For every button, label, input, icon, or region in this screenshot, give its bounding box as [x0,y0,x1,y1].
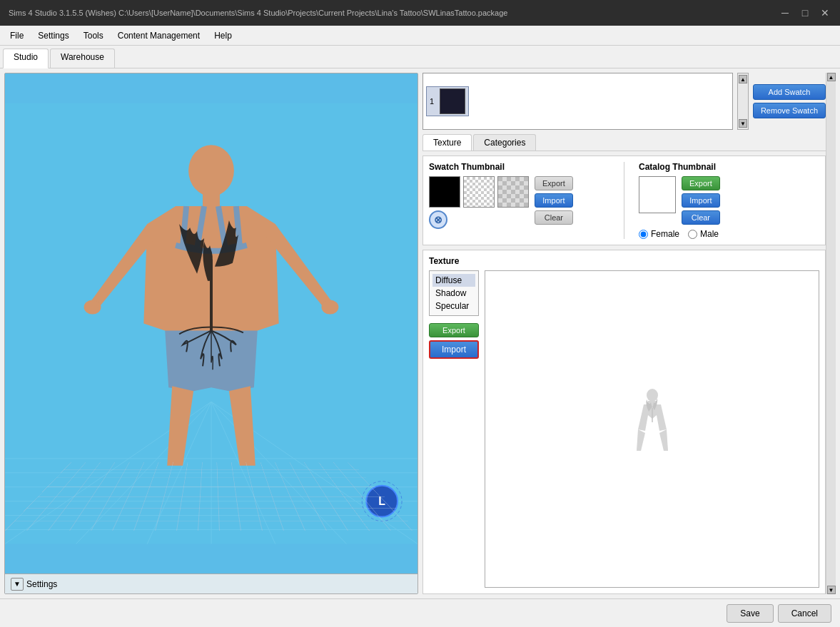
scroll-up-arrow[interactable]: ▲ [739,75,747,83]
close-button[interactable]: ✕ [819,7,831,19]
sub-tab-texture[interactable]: Texture [422,134,472,151]
radio-female-label[interactable]: Female [639,229,679,239]
texture-type-list: Diffuse Shadow Specular [429,270,479,316]
swatch-color-box [440,88,465,114]
texture-section-title: Texture [429,256,819,266]
male-label: Male [700,229,719,239]
swatch-scrollbar: ▲ ▼ [737,73,749,130]
title-bar: Sims 4 Studio 3.1.5.5 (Wishes) C:\Users\… [0,0,840,26]
tabs-row: Studio Warehouse [0,46,840,68]
texture-type-diffuse[interactable]: Diffuse [432,274,475,287]
svg-point-14 [188,145,234,196]
catalog-thumb-white [639,176,676,213]
swatch-item[interactable]: 1 [426,86,469,116]
swatch-thumb-buttons: Export Import Clear [535,176,573,225]
svg-point-16 [84,300,101,315]
female-label: Female [651,229,679,239]
title-bar-controls: ─ □ ✕ [779,7,831,19]
swatch-number: 1 [430,97,434,106]
swatch-thumbnail-row: ⊗ Export Import Clear [429,176,609,229]
catalog-export-button[interactable]: Export [682,176,720,190]
texture-export-button[interactable]: Export [429,323,479,337]
menu-file[interactable]: File [4,29,29,42]
radio-female[interactable] [639,230,648,239]
catalog-clear-button[interactable]: Clear [682,210,720,225]
menu-help[interactable]: Help [208,29,238,42]
texture-preview-character [631,387,674,472]
svg-point-22 [647,389,658,402]
swatch-thumb-checker2 [497,176,529,208]
sub-tab-categories[interactable]: Categories [473,134,536,151]
swatch-thumbnail-group: Swatch Thumbnail ⊗ [429,162,609,239]
right-scroll-up[interactable]: ▲ [827,73,836,81]
remove-swatch-button[interactable]: Remove Swatch [753,103,826,118]
radio-male[interactable] [688,230,697,239]
title-bar-title: Sims 4 Studio 3.1.5.5 (Wishes) C:\Users\… [9,9,507,17]
add-swatch-button[interactable]: Add Swatch [753,84,826,100]
clear-circle-button[interactable]: ⊗ [429,210,447,229]
texture-preview [485,270,819,588]
right-panel-scrollbar[interactable]: ▲ ▼ [826,73,836,594]
catalog-thumbnail-title: Catalog Thumbnail [639,162,819,172]
texture-inner: Diffuse Shadow Specular Export Import [429,270,819,588]
catalog-thumbnail-row: Export Import Clear [639,176,819,225]
menu-content-management[interactable]: Content Management [112,29,206,42]
sub-tabs-row: Texture Categories [422,134,826,151]
tab-studio[interactable]: Studio [3,49,49,68]
texture-type-specular[interactable]: Specular [432,300,475,312]
texture-type-shadow[interactable]: Shadow [432,287,475,300]
swatch-thumbnail-title: Swatch Thumbnail [429,162,609,172]
svg-point-19 [366,486,398,517]
texture-action-buttons: Export Import [429,323,479,359]
settings-label: Settings [26,579,57,589]
thumbnail-section: Swatch Thumbnail ⊗ [422,156,826,245]
swatch-clear-button[interactable]: Clear [535,210,573,225]
swatch-export-button[interactable]: Export [535,176,573,190]
save-button[interactable]: Save [727,604,773,623]
minimize-button[interactable]: ─ [779,7,791,19]
svg-rect-15 [203,193,220,207]
tab-warehouse[interactable]: Warehouse [50,49,115,68]
settings-chevron[interactable]: ▼ [11,578,24,591]
swatch-thumb-black [429,176,460,208]
swatch-import-button[interactable]: Import [535,193,573,208]
cancel-button[interactable]: Cancel [778,604,831,623]
right-panel-wrapper: 1 ▲ ▼ Add Swatch Remove Swatch Texture C… [422,73,836,594]
menu-settings[interactable]: Settings [32,29,74,42]
swatch-thumb-checker1 [463,176,495,208]
swatch-buttons: Add Swatch Remove Swatch [753,73,826,130]
swatch-list-area: 1 ▲ ▼ Add Swatch Remove Swatch [422,73,826,130]
vertical-divider [624,162,624,239]
right-scroll-down[interactable]: ▼ [827,586,836,594]
viewport-panel: L ▼ Settings [4,73,418,594]
svg-point-17 [321,300,338,315]
viewport-canvas[interactable]: L [5,73,418,574]
thumbnail-section-inner: Swatch Thumbnail ⊗ [429,162,819,239]
svg-text:L: L [378,495,385,507]
menu-tools[interactable]: Tools [78,29,109,42]
character-viewport: L [5,73,418,574]
main-content: L ▼ Settings 1 ▲ ▼ [0,68,840,598]
footer: Save Cancel [0,598,840,627]
texture-left: Diffuse Shadow Specular Export Import [429,270,479,588]
radio-group: Female Male [639,229,819,239]
maximize-button[interactable]: □ [799,7,811,19]
texture-section: Texture Diffuse Shadow Specular Export I… [422,250,826,594]
catalog-import-button[interactable]: Import [682,193,720,208]
catalog-thumbnail-group: Catalog Thumbnail Export Import Clear [639,162,819,239]
menu-bar: File Settings Tools Content Management H… [0,26,840,46]
catalog-thumb-buttons: Export Import Clear [682,176,720,225]
swatch-list: 1 [422,73,733,130]
scroll-down-arrow[interactable]: ▼ [739,119,747,128]
right-panel: 1 ▲ ▼ Add Swatch Remove Swatch Texture C… [422,73,826,594]
texture-import-button[interactable]: Import [429,340,479,359]
viewport-footer: ▼ Settings [5,574,418,593]
radio-male-label[interactable]: Male [688,229,719,239]
